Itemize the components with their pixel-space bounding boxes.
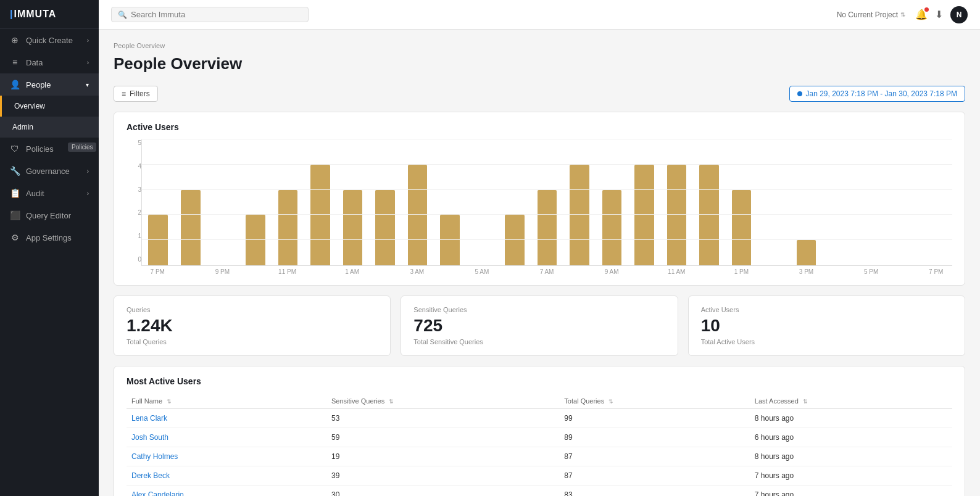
bar-col bbox=[920, 139, 952, 265]
date-range-label: Jan 29, 2023 7:18 PM - Jan 30, 2023 7:18… bbox=[806, 89, 958, 98]
filter-row: ≡ Filters Jan 29, 2023 7:18 PM - Jan 30,… bbox=[114, 86, 965, 102]
x-label: 5 AM bbox=[466, 266, 499, 275]
bar-col bbox=[628, 139, 661, 265]
sidebar-item-app-settings[interactable]: ⚙ App Settings bbox=[0, 226, 99, 249]
governance-icon: 🔧 bbox=[10, 166, 20, 176]
table-row: Cathy Holmes19878 hours ago bbox=[127, 447, 952, 466]
filter-icon: ≡ bbox=[122, 89, 126, 98]
arrow-icon: ▾ bbox=[86, 81, 89, 88]
sidebar-item-policies[interactable]: 🛡 Policies › Policies bbox=[0, 138, 99, 160]
bar-rect bbox=[440, 215, 460, 265]
bar-rect bbox=[310, 165, 330, 265]
x-label bbox=[887, 266, 920, 275]
bar-col bbox=[887, 139, 920, 265]
sidebar-item-governance[interactable]: 🔧 Governance › bbox=[0, 160, 99, 182]
active-users-table: Full Name ⇅ Sensitive Queries ⇅ Total Qu… bbox=[127, 394, 952, 496]
bar-rect bbox=[634, 165, 654, 265]
filter-button[interactable]: ≡ Filters bbox=[114, 86, 158, 102]
x-label bbox=[368, 266, 401, 275]
col-header-sensitive-queries[interactable]: Sensitive Queries ⇅ bbox=[326, 394, 559, 409]
col-header-full-name[interactable]: Full Name ⇅ bbox=[127, 394, 326, 409]
project-selector[interactable]: No Current Project ⇅ bbox=[837, 10, 905, 19]
cell-name[interactable]: Cathy Holmes bbox=[127, 447, 326, 466]
bar-col bbox=[434, 139, 467, 265]
cell-name[interactable]: Derek Beck bbox=[127, 466, 326, 486]
sidebar-item-label: Governance bbox=[26, 167, 70, 176]
sort-icon: ⇅ bbox=[389, 399, 394, 405]
sidebar-item-data[interactable]: ≡ Data › bbox=[0, 51, 99, 73]
x-label: 3 PM bbox=[790, 266, 823, 275]
bar-rect bbox=[732, 190, 752, 265]
cell-name[interactable]: Josh South bbox=[127, 428, 326, 447]
x-label bbox=[174, 266, 207, 275]
y-axis: 5 4 3 2 1 0 bbox=[127, 139, 141, 275]
cell-total: 87 bbox=[559, 466, 749, 486]
sidebar-subitem-overview[interactable]: Overview bbox=[0, 96, 99, 117]
user-avatar[interactable]: N bbox=[950, 6, 968, 23]
search-input[interactable] bbox=[131, 10, 302, 19]
topbar-icons: 🔔 ⬇ N bbox=[915, 6, 968, 23]
cell-sensitive: 59 bbox=[326, 428, 559, 447]
x-label bbox=[563, 266, 596, 275]
search-box[interactable]: 🔍 bbox=[111, 7, 309, 22]
shield-icon: 🛡 bbox=[10, 144, 20, 154]
cell-total: 99 bbox=[559, 409, 749, 428]
x-label: 7 PM bbox=[141, 266, 174, 275]
cell-last-accessed: 7 hours ago bbox=[750, 466, 952, 486]
sidebar-item-people[interactable]: 👤 People ▾ bbox=[0, 73, 99, 96]
sidebar-item-label: App Settings bbox=[26, 233, 72, 242]
chart-wrapper: 5 4 3 2 1 0 bbox=[127, 139, 952, 275]
x-label bbox=[433, 266, 466, 275]
notification-icon[interactable]: 🔔 bbox=[915, 9, 928, 20]
bar-col bbox=[304, 139, 337, 265]
x-label bbox=[239, 266, 272, 275]
stat-card-sensitive-queries: Sensitive Queries 725 Total Sensitive Qu… bbox=[401, 296, 678, 356]
bar-col bbox=[660, 139, 693, 265]
bars-row bbox=[141, 139, 952, 266]
bar-col bbox=[239, 139, 272, 265]
subitem-label: Overview bbox=[14, 102, 45, 110]
sidebar-item-label: Policies bbox=[26, 144, 54, 154]
search-icon: 🔍 bbox=[118, 10, 127, 19]
sidebar-item-quick-create[interactable]: ⊕ Quick Create › bbox=[0, 29, 99, 51]
x-label: 11 PM bbox=[271, 266, 304, 275]
download-icon[interactable]: ⬇ bbox=[935, 9, 943, 20]
col-header-last-accessed[interactable]: Last Accessed ⇅ bbox=[750, 394, 952, 409]
bar-col bbox=[369, 139, 402, 265]
table-row: Lena Clark53998 hours ago bbox=[127, 409, 952, 428]
cell-total: 87 bbox=[559, 447, 749, 466]
logo-text: IMMUTA bbox=[14, 9, 56, 20]
sidebar-item-audit[interactable]: 📋 Audit › bbox=[0, 182, 99, 204]
sidebar: | IMMUTA ⊕ Quick Create › ≡ Data › 👤 Peo… bbox=[0, 0, 99, 496]
x-label bbox=[304, 266, 336, 275]
table-row: Josh South59896 hours ago bbox=[127, 428, 952, 447]
bar-col bbox=[142, 139, 175, 265]
x-label bbox=[758, 266, 791, 275]
x-label: 1 PM bbox=[725, 266, 758, 275]
bar-rect bbox=[570, 165, 589, 265]
subitem-label: Admin bbox=[12, 123, 33, 131]
x-label: 9 AM bbox=[596, 266, 628, 275]
project-arrows-icon: ⇅ bbox=[900, 11, 905, 18]
cell-name[interactable]: Lena Clark bbox=[127, 409, 326, 428]
cell-name[interactable]: Alex Candelario bbox=[127, 486, 326, 497]
x-label: 3 AM bbox=[401, 266, 434, 275]
bar-col bbox=[563, 139, 596, 265]
stat-value: 1.24K bbox=[127, 316, 378, 336]
sidebar-subitem-admin[interactable]: Admin bbox=[0, 117, 99, 138]
sort-icon: ⇅ bbox=[167, 399, 172, 405]
active-users-card: Active Users 5 4 3 2 1 0 bbox=[114, 112, 965, 286]
sidebar-item-query-editor[interactable]: ⬛ Query Editor bbox=[0, 204, 99, 226]
date-range-button[interactable]: Jan 29, 2023 7:18 PM - Jan 30, 2023 7:18… bbox=[789, 86, 966, 102]
x-label bbox=[823, 266, 855, 275]
x-label bbox=[693, 266, 726, 275]
col-header-total-queries[interactable]: Total Queries ⇅ bbox=[559, 394, 749, 409]
bar-col bbox=[725, 139, 758, 265]
sidebar-item-label: Data bbox=[26, 58, 43, 67]
sort-icon: ⇅ bbox=[608, 399, 613, 405]
cell-last-accessed: 8 hours ago bbox=[750, 447, 952, 466]
cell-sensitive: 30 bbox=[326, 486, 559, 497]
sidebar-item-label: Query Editor bbox=[26, 211, 71, 220]
table-header: Full Name ⇅ Sensitive Queries ⇅ Total Qu… bbox=[127, 394, 952, 409]
project-label: No Current Project bbox=[837, 10, 898, 19]
